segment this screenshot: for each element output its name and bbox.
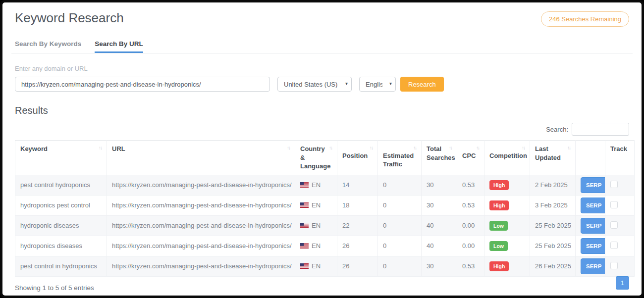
country-language-cell: EN bbox=[295, 175, 337, 195]
table-search-label: Search: bbox=[546, 126, 568, 133]
us-flag-icon bbox=[300, 202, 309, 208]
last-updated-cell: 25 Feb 2025 bbox=[530, 236, 576, 256]
url-cell: https://kryzen.com/managing-pest-and-dis… bbox=[107, 256, 295, 276]
keyword-cell: pest control hydroponics bbox=[15, 175, 107, 195]
serp-button[interactable]: SERP bbox=[581, 198, 605, 213]
track-checkbox[interactable] bbox=[610, 242, 618, 249]
estimated-traffic-cell: 0 bbox=[378, 236, 422, 256]
competition-badge: High bbox=[489, 200, 509, 210]
app-window: Keyword Research 246 Searches Remaining … bbox=[0, 0, 644, 298]
serp-button[interactable]: SERP bbox=[581, 238, 605, 254]
print-button[interactable]: Print bbox=[115, 297, 140, 298]
sort-icon[interactable]: ↑↓ bbox=[522, 145, 525, 151]
track-checkbox[interactable] bbox=[610, 221, 618, 229]
url-cell: https://kryzen.com/managing-pest-and-dis… bbox=[107, 195, 295, 215]
estimated-traffic-cell: 0 bbox=[378, 175, 422, 195]
competition-cell: Low bbox=[484, 215, 530, 236]
position-cell: 26 bbox=[337, 256, 378, 276]
page-title: Keyword Research bbox=[15, 10, 629, 26]
last-updated-cell: 26 Feb 2025 bbox=[530, 256, 576, 276]
cpc-cell: 0.53 bbox=[457, 195, 484, 215]
us-flag-icon bbox=[300, 263, 309, 269]
col-header-url[interactable]: ↑↓URL bbox=[107, 141, 295, 175]
col-header-estimated-traffic[interactable]: ↑↓Estimated Traffic bbox=[378, 141, 422, 175]
table-search-input[interactable] bbox=[572, 123, 629, 136]
col-header-keyword[interactable]: ↑↓Keyword bbox=[15, 141, 107, 175]
url-input[interactable] bbox=[15, 77, 270, 92]
col-header-cpc[interactable]: ↑↓CPC bbox=[457, 141, 484, 175]
col-label: CPC bbox=[462, 152, 476, 159]
country-language-cell: EN bbox=[295, 195, 337, 215]
position-cell: 26 bbox=[337, 236, 378, 256]
track-checkbox[interactable] bbox=[610, 262, 618, 269]
serp-button[interactable]: SERP bbox=[581, 258, 605, 274]
col-header-serp bbox=[576, 141, 605, 175]
col-header-track: Track bbox=[605, 141, 635, 175]
estimated-traffic-cell: 0 bbox=[378, 195, 422, 215]
table-row: hydroponic diseaseshttps://kryzen.com/ma… bbox=[15, 215, 635, 236]
sort-icon[interactable]: ↑↓ bbox=[329, 145, 332, 151]
serp-cell: SERP bbox=[576, 195, 605, 215]
last-updated-cell: 2 Feb 2025 bbox=[530, 175, 576, 195]
cpc-cell: 0.53 bbox=[457, 256, 484, 276]
copy-button[interactable]: Copy bbox=[15, 297, 42, 298]
col-header-competition[interactable]: ↑↓Competition bbox=[484, 141, 530, 175]
url-cell: https://kryzen.com/managing-pest-and-dis… bbox=[107, 236, 295, 256]
tab-search-by-url[interactable]: Search By URL bbox=[95, 40, 143, 53]
keyword-cell: pest control in hydroponics bbox=[15, 256, 107, 276]
col-header-total-searches[interactable]: ↑↓Total Searches bbox=[422, 141, 457, 175]
estimated-traffic-cell: 0 bbox=[378, 256, 422, 276]
sort-icon[interactable]: ↑↓ bbox=[567, 145, 570, 151]
col-header-position[interactable]: ↑↓Position bbox=[337, 141, 378, 175]
language-select[interactable]: English bbox=[359, 77, 396, 92]
us-flag-icon bbox=[300, 182, 309, 188]
track-checkbox[interactable] bbox=[610, 201, 618, 208]
excel-button[interactable]: Excel bbox=[65, 297, 92, 298]
col-header-country-language[interactable]: ↑↓Country & Language bbox=[295, 141, 337, 175]
sort-icon[interactable]: ↑↓ bbox=[99, 145, 102, 151]
searches-remaining-badge: 246 Searches Remaining bbox=[541, 11, 629, 27]
track-cell bbox=[605, 256, 635, 276]
competition-badge: High bbox=[489, 261, 509, 271]
serp-cell: SERP bbox=[576, 175, 605, 195]
country-select[interactable]: United States (US) bbox=[277, 77, 352, 92]
pagination-page-1[interactable]: 1 bbox=[616, 276, 629, 290]
language-label: EN bbox=[312, 181, 321, 189]
table-search-row: Search: bbox=[2, 123, 642, 136]
sort-icon[interactable]: ↑↓ bbox=[370, 145, 373, 151]
tab-search-by-keywords[interactable]: Search By Keywords bbox=[15, 40, 81, 53]
results-table-wrap: ↑↓Keyword↑↓URL↑↓Country & Language↑↓Posi… bbox=[15, 140, 629, 277]
export-button-group: Copy CSV Excel PDF Print bbox=[15, 297, 140, 298]
col-header-last-updated[interactable]: ↑↓Last Updated bbox=[530, 141, 576, 175]
table-row: pest control hydroponicshttps://kryzen.c… bbox=[15, 175, 635, 195]
cpc-cell: 0.00 bbox=[457, 236, 484, 256]
language-label: EN bbox=[312, 222, 321, 229]
us-flag-icon bbox=[300, 223, 309, 228]
sort-icon[interactable]: ↑↓ bbox=[449, 145, 452, 151]
entries-summary: Showing 1 to 5 of 5 entries bbox=[15, 284, 629, 292]
csv-button[interactable]: CSV bbox=[41, 297, 65, 298]
table-row: pest control in hydroponicshttps://kryze… bbox=[15, 256, 635, 276]
track-checkbox[interactable] bbox=[610, 181, 618, 188]
tab-bar: Search By Keywords Search By URL bbox=[2, 40, 642, 53]
col-label: Competition bbox=[489, 152, 527, 159]
col-label: Keyword bbox=[20, 145, 48, 152]
table-row: hydroponics pest controlhttps://kryzen.c… bbox=[15, 195, 635, 215]
sort-icon[interactable]: ↑↓ bbox=[476, 145, 479, 151]
track-cell bbox=[605, 195, 635, 215]
tabs-divider bbox=[11, 53, 633, 53]
pdf-button[interactable]: PDF bbox=[92, 297, 115, 298]
research-button[interactable]: Research bbox=[400, 77, 444, 92]
url-cell: https://kryzen.com/managing-pest-and-dis… bbox=[107, 175, 295, 195]
country-select-wrap: United States (US) ▾ bbox=[277, 77, 352, 92]
position-cell: 14 bbox=[337, 175, 378, 195]
language-select-wrap: English ▾ bbox=[359, 77, 396, 92]
serp-button[interactable]: SERP bbox=[581, 177, 605, 193]
competition-badge: Low bbox=[489, 221, 508, 231]
table-header-row: ↑↓Keyword↑↓URL↑↓Country & Language↑↓Posi… bbox=[15, 141, 635, 175]
sort-icon[interactable]: ↑↓ bbox=[413, 145, 416, 151]
col-label: Last Updated bbox=[535, 145, 561, 161]
sort-icon[interactable]: ↑↓ bbox=[287, 145, 290, 151]
serp-cell: SERP bbox=[576, 256, 605, 276]
serp-button[interactable]: SERP bbox=[581, 218, 605, 234]
